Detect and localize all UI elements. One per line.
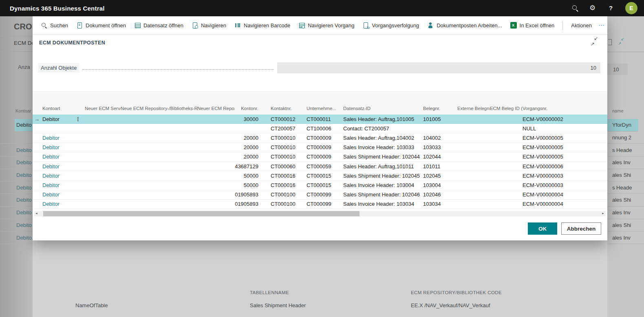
table-row[interactable]: Debitor01905893CT000100CT000099Sales Shi…: [33, 190, 607, 200]
scroll-track[interactable]: [39, 211, 601, 216]
col-header-kontonr[interactable]: Kontonr.: [235, 106, 258, 112]
background-panel-icon: [608, 39, 612, 45]
background-repository-value: EE.X /NAV_Verkauf/NAV_Verkauf: [411, 302, 490, 308]
col-header-kontoart[interactable]: Kontoart: [42, 106, 85, 112]
toolbar-item-navigate-process[interactable]: Navigieren Vorgang: [298, 22, 354, 29]
table-row[interactable]: Debitor43687129CT000060CT000059Sales Hea…: [33, 162, 607, 171]
cell-unternehme: CT100006: [307, 125, 343, 132]
toolbar-divider: [562, 20, 563, 30]
background-row: [0, 132, 33, 144]
navigate-icon: [192, 22, 198, 29]
toolbar-item-navigate[interactable]: Navigieren: [192, 22, 226, 29]
table-row[interactable]: Debitor50000CT000016CT000015Sales Invoic…: [33, 181, 607, 190]
background-row: Debito: [0, 144, 33, 156]
cancel-button[interactable]: Abbrechen: [561, 222, 601, 235]
cell-vorgangsnr: ECM-V00000004: [523, 192, 580, 198]
toolbar-item-search[interactable]: Suchen: [41, 22, 68, 29]
toolbar-item-person[interactable]: Dokumentposten Arbeiten...: [427, 22, 502, 29]
more-options-icon[interactable]: [598, 22, 605, 29]
col-header-datensatz[interactable]: Datensatz-ID: [343, 106, 423, 112]
horizontal-scrollbar[interactable]: [34, 211, 606, 216]
toolbar-item-process-tracking[interactable]: Vorgangsverfolgung: [362, 22, 419, 29]
cell-datensatz: Sales Header: Auftrag,101011: [343, 163, 423, 170]
cell-unternehme: CT000099: [307, 201, 343, 207]
background-name-of-table-value: NameOfTable: [75, 302, 108, 308]
col-header-ecm_beleg_id[interactable]: ECM Beleg ID (Barcode): [490, 106, 523, 112]
anzahl-objekte-field: Anzahl Objekte 10: [38, 62, 600, 73]
toolbar-item-excel[interactable]: In Excel öffnen: [510, 22, 555, 29]
cell-kontonr: 30000: [235, 116, 258, 122]
cell-kontonr: 01905893: [235, 192, 258, 198]
table-row[interactable]: Debitor20000CT000010CT000009Sales Invoic…: [33, 143, 607, 152]
kontoart-link[interactable]: Debitor: [42, 154, 60, 160]
col-header-repo_ref[interactable]: Neue ECM Repository-/Bibliotheks-Referen…: [121, 106, 197, 112]
background-row: Debito: [0, 219, 33, 232]
table-row[interactable]: CT200057CT100006Contact: CT200057NULL: [33, 124, 607, 133]
col-header-belegnr[interactable]: Belegnr.: [423, 106, 457, 112]
kontoart-link[interactable]: Debitor: [42, 182, 60, 188]
cell-kontaktnr: CT000010: [271, 154, 307, 160]
background-row: s Heade: [607, 181, 644, 194]
scroll-right-icon[interactable]: [601, 211, 606, 216]
kontoart-link[interactable]: Debitor: [42, 163, 60, 170]
toolbar-item-barcode[interactable]: Navigieren Barcode: [234, 22, 290, 29]
cell-belegnr: 102045: [423, 173, 457, 179]
toolbar-item-open-record[interactable]: Datensatz öffnen: [134, 22, 183, 29]
cell-belegnr: 101011: [423, 163, 457, 170]
col-header-unternehme[interactable]: Unternehme...: [307, 106, 343, 112]
selected-row-arrow-icon: →: [34, 116, 42, 122]
background-column-header: name: [612, 108, 624, 113]
col-header-ext_belegnr[interactable]: Externe Belegnr.: [457, 106, 490, 112]
background-column-header: Kontoar: [15, 108, 31, 113]
cell-kontaktnr: CT000016: [271, 173, 307, 179]
table-row[interactable]: Debitor20000CT000010CT000009Sales Header…: [33, 133, 607, 143]
open-record-icon: [134, 22, 141, 29]
toolbar-item-open-document[interactable]: Dokument öffnen: [76, 22, 126, 29]
kontoart-link[interactable]: Debitor: [42, 135, 60, 141]
row-menu-icon[interactable]: ⋮: [75, 116, 81, 122]
kontoart-link[interactable]: Debitor: [42, 201, 60, 207]
gear-icon[interactable]: [589, 4, 597, 12]
search-icon: [41, 22, 47, 29]
table-row[interactable]: Debitor20000CT000010CT000009Sales Shipme…: [33, 152, 607, 162]
kontoart-link[interactable]: Debitor: [42, 144, 60, 150]
background-row: YforDyn: [607, 119, 638, 132]
background-row: ales Inv: [607, 156, 644, 169]
table-row[interactable]: →Debitor⋮30000CT000012CT000011Sales Head…: [33, 114, 607, 124]
background-left-rows: DebitoDebitoDebitoDebitoDebitoDebitoDebi…: [0, 119, 33, 244]
aktionen-button[interactable]: Aktionen: [571, 22, 592, 29]
table-header: KontoartNeuer ECM Server ↑Neue ECM Repos…: [33, 91, 607, 114]
avatar[interactable]: E: [625, 2, 637, 14]
background-row: ales Shi: [607, 169, 644, 182]
anzahl-objekte-input[interactable]: 10: [277, 62, 600, 73]
cell-unternehme: CT000009: [307, 135, 343, 141]
ok-button[interactable]: OK: [528, 222, 557, 235]
background-row: ales Inv: [607, 207, 644, 219]
collapse-icon[interactable]: [590, 37, 598, 46]
table-row[interactable]: Debitor01905893CT000100CT000099Sales Inv…: [33, 200, 607, 209]
app-header: Dynamics 365 Business Central E: [0, 0, 644, 16]
table-row[interactable]: Debitor50000CT000016CT000015Sales Shipme…: [33, 171, 607, 181]
kontoart-link[interactable]: Debitor: [42, 192, 60, 198]
kontoart-link[interactable]: Debitor: [42, 116, 60, 122]
cell-datensatz: Sales Shipment Header: 102044: [343, 154, 423, 160]
dotted-leader: [83, 69, 274, 70]
person-icon: [427, 22, 434, 29]
search-icon[interactable]: [571, 4, 579, 12]
col-header-server[interactable]: Neuer ECM Server ↑: [85, 106, 121, 112]
cell-belegnr: 102044: [423, 154, 457, 160]
cell-kontonr: 50000: [235, 182, 258, 188]
cell-kontaktnr: CT200057: [271, 125, 307, 132]
scroll-thumb[interactable]: [43, 211, 359, 216]
cell-vorgangsnr: ECM-V00000006: [523, 163, 580, 170]
col-header-kontaktnr[interactable]: Kontaktnr.: [271, 106, 307, 112]
col-header-repo_code[interactable]: Neuer ECM Repository/B... Code ↑: [197, 106, 235, 112]
cell-unternehme: CT000015: [307, 182, 343, 188]
col-header-vorgangsnr[interactable]: Vorgangsnr.: [523, 106, 580, 112]
kontoart-link[interactable]: Debitor: [42, 173, 60, 179]
background-repository-header: ECM REPOSITORY/BIBLIOTHEK CODE: [411, 290, 502, 295]
toolbar-end: Aktionen: [562, 20, 605, 30]
help-icon[interactable]: [607, 4, 615, 12]
scroll-left-icon[interactable]: [34, 211, 39, 216]
background-right-rows: YforDynnnung 2s Headeales Invales Shis H…: [607, 119, 644, 244]
